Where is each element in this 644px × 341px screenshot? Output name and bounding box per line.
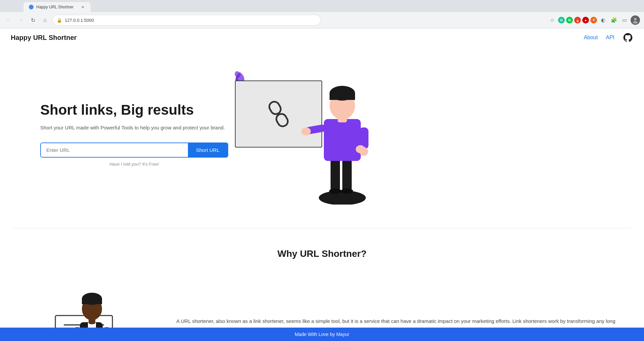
svg-point-1	[633, 21, 638, 23]
media-button[interactable]: ▭	[620, 15, 629, 25]
footer-text: Made With Love by Mayur	[295, 332, 349, 337]
puzzle-button[interactable]: 🧩	[609, 15, 618, 25]
toolbar-icons: ☆ G N 🔥 ● 📢 ◐ 🧩 ▭	[547, 15, 640, 25]
svg-point-8	[329, 188, 341, 194]
hero-illustration	[228, 60, 369, 208]
home-button[interactable]: ⌂	[40, 15, 50, 25]
github-icon[interactable]	[623, 32, 633, 43]
form-hint: Have I told you? It's Free!	[40, 162, 228, 167]
svg-point-9	[341, 188, 353, 194]
tab-title: Happy URL Shortner	[36, 5, 73, 9]
app-nav: Happy URL Shortner About API	[0, 28, 644, 47]
svg-point-19	[356, 145, 365, 153]
app-footer: Made With Love by Mayur	[0, 328, 644, 341]
hero-section: Short links, Big results Short your URL …	[0, 47, 644, 228]
why-title: Why URL Shortner?	[27, 248, 617, 259]
app-logo: Happy URL Shortner	[11, 34, 584, 42]
profile-icon	[632, 17, 639, 23]
chain-link-icon	[265, 97, 292, 131]
about-link[interactable]: About	[584, 35, 598, 41]
refresh-button[interactable]: ↻	[28, 15, 38, 25]
ext-grammarly[interactable]: G	[558, 17, 565, 23]
tab-close-button[interactable]: ✕	[80, 4, 85, 10]
why-section: Why URL Shortner?	[0, 228, 644, 341]
hero-subtitle: Short your URL made with Powerful Tools …	[40, 124, 228, 132]
back-button[interactable]: ←	[4, 15, 13, 25]
url-display: 127.0.0.1:5000	[65, 18, 316, 23]
bookmark-button[interactable]: ☆	[547, 15, 557, 25]
short-url-button[interactable]: Short URL	[188, 143, 228, 157]
ext-red1[interactable]: 🔥	[574, 17, 581, 23]
address-bar[interactable]: 🔒 127.0.0.1:5000	[52, 15, 321, 25]
svg-point-16	[301, 127, 311, 135]
active-tab[interactable]: Happy URL Shortner ✕	[23, 2, 91, 12]
svg-rect-10	[324, 119, 361, 161]
ext-speaker[interactable]: 📢	[590, 17, 597, 23]
hero-content: Short links, Big results Short your URL …	[40, 102, 228, 167]
forward-button[interactable]: →	[16, 15, 26, 25]
browser-chrome: Happy URL Shortner ✕ ← → ↻ ⌂ 🔒 127.0.0.1…	[0, 0, 644, 29]
browser-tabs: Happy URL Shortner ✕	[0, 0, 644, 12]
svg-point-0	[634, 18, 637, 20]
profile-button[interactable]	[631, 15, 640, 25]
tab-favicon	[29, 5, 34, 9]
url-input[interactable]	[41, 143, 188, 157]
person-illustration	[299, 60, 373, 205]
hero-title: Short links, Big results	[40, 102, 228, 118]
svg-rect-14	[330, 93, 355, 100]
svg-rect-34	[82, 299, 102, 304]
extensions-button[interactable]: ◐	[598, 15, 608, 25]
page-wrapper: Happy URL Shortner About API Short links…	[0, 28, 644, 341]
ext-n[interactable]: N	[566, 17, 573, 23]
security-icon: 🔒	[57, 18, 62, 23]
browser-toolbar: ← → ↻ ⌂ 🔒 127.0.0.1:5000 ☆ G N 🔥 ● 📢 ◐ 🧩…	[0, 12, 644, 28]
url-form: Short URL	[40, 143, 228, 158]
api-link[interactable]: API	[606, 35, 614, 41]
ext-red2[interactable]: ●	[582, 17, 589, 23]
nav-links: About API	[584, 32, 633, 43]
